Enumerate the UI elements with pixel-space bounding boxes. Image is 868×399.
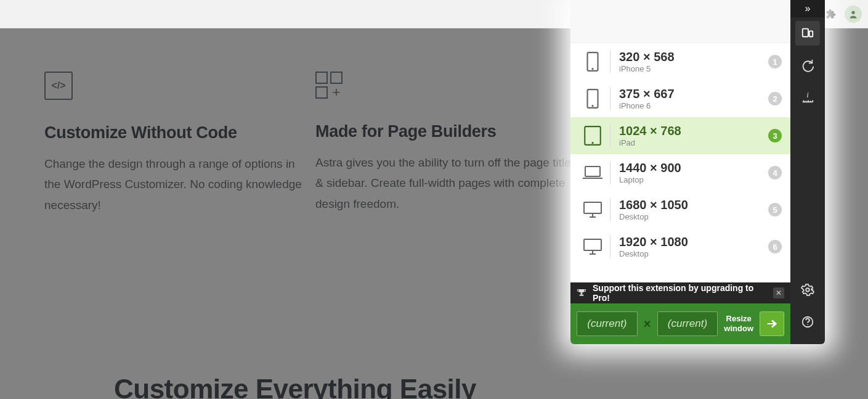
preset-label: Desktop (619, 249, 768, 258)
clipped-text-right: t (819, 183, 868, 196)
resize-label: Resize window (724, 314, 753, 334)
feature-card-1: </> Customize Without Code Change the de… (44, 72, 309, 215)
divider (610, 88, 610, 110)
svg-rect-12 (584, 202, 601, 213)
popup-sidebar: » i (790, 0, 825, 344)
feature-card-2: + Made for Page Builders Astra gives you… (315, 72, 580, 214)
laptop-icon (575, 165, 610, 181)
preset-dimensions: 1024 × 768 (619, 124, 768, 138)
preset-dimensions: 320 × 568 (619, 50, 768, 64)
info-ruler-button[interactable]: i (795, 85, 820, 110)
rotate-button[interactable] (795, 53, 820, 78)
preset-row-4[interactable]: 1440 × 900Laptop4 (570, 154, 790, 191)
svg-point-31 (807, 324, 808, 325)
promo-bar: Support this extension by upgrading to P… (570, 282, 790, 303)
divider (610, 199, 610, 221)
divider (610, 236, 610, 258)
extension-popup: 320 × 568iPhone 51375 × 667iPhone 621024… (570, 0, 825, 344)
extensions-puzzle-icon[interactable] (822, 6, 840, 23)
svg-text:i: i (806, 91, 809, 99)
preset-index-badge: 1 (768, 55, 782, 68)
divider (610, 51, 610, 73)
feature-1-title: Customize Without Code (44, 123, 309, 142)
preset-label: iPhone 5 (619, 64, 768, 73)
svg-rect-20 (803, 29, 808, 37)
feature-2-body: Astra gives you the ability to turn off … (315, 152, 580, 214)
preset-dimensions: 1440 × 900 (619, 161, 768, 175)
svg-rect-15 (584, 239, 601, 250)
phone-icon (575, 51, 610, 72)
popup-header (570, 0, 790, 43)
section-heading: Customize Everything Easily (114, 374, 476, 399)
presets-view-button[interactable] (795, 21, 820, 46)
times-icon: × (644, 317, 651, 331)
preset-list[interactable]: 320 × 568iPhone 51375 × 667iPhone 621024… (570, 43, 790, 282)
trophy-icon (577, 288, 586, 298)
preset-index-badge: 2 (768, 92, 782, 105)
preset-label: iPhone 6 (619, 101, 768, 110)
svg-rect-21 (809, 31, 813, 36)
preset-row-2[interactable]: 375 × 667iPhone 62 (570, 80, 790, 117)
promo-text: Support this extension by upgrading to P… (593, 283, 767, 303)
preset-dimensions: 1920 × 1080 (619, 235, 768, 249)
help-button[interactable] (795, 310, 820, 334)
desktop-icon (575, 200, 610, 219)
preset-label: iPad (619, 138, 768, 147)
preset-dimensions: 1680 × 1050 (619, 198, 768, 212)
phone-icon (575, 88, 610, 109)
feature-1-body: Change the design through a range of opt… (44, 154, 309, 215)
preset-index-badge: 6 (768, 240, 782, 253)
feature-2-title: Made for Page Builders (315, 122, 580, 141)
preset-label: Desktop (619, 212, 768, 221)
preset-index-badge: 5 (768, 203, 782, 216)
svg-rect-10 (585, 167, 600, 176)
svg-point-5 (591, 68, 593, 70)
resize-go-button[interactable] (760, 311, 784, 336)
preset-index-badge: 4 (768, 166, 782, 179)
svg-point-29 (806, 288, 809, 292)
svg-point-7 (591, 105, 593, 107)
svg-rect-19 (580, 295, 584, 296)
preset-label: Laptop (619, 175, 768, 184)
grid-add-icon: + (315, 72, 580, 99)
promo-close-button[interactable]: ✕ (773, 287, 784, 298)
code-icon: </> (44, 72, 73, 100)
preset-row-5[interactable]: 1680 × 1050Desktop5 (570, 191, 790, 228)
width-input[interactable]: (current) (577, 311, 638, 336)
resize-bar: (current) × (current) Resize window (570, 303, 790, 344)
preset-dimensions: 375 × 667 (619, 87, 768, 101)
preset-row-3[interactable]: 1024 × 768iPad3 (570, 117, 790, 154)
svg-point-9 (591, 142, 593, 144)
settings-gear-button[interactable] (795, 278, 820, 302)
divider (610, 162, 610, 184)
svg-rect-18 (581, 292, 583, 294)
preset-row-6[interactable]: 1920 × 1080Desktop6 (570, 228, 790, 265)
divider (610, 125, 610, 147)
profile-avatar-icon[interactable] (845, 6, 862, 23)
desktop-icon (575, 237, 610, 256)
preset-row-1[interactable]: 320 × 568iPhone 51 (570, 43, 790, 80)
height-input[interactable]: (current) (657, 311, 718, 336)
tablet-icon (575, 125, 610, 146)
svg-point-3 (851, 10, 854, 14)
preset-index-badge: 3 (768, 129, 782, 142)
collapse-chevron-icon[interactable]: » (790, 0, 825, 17)
